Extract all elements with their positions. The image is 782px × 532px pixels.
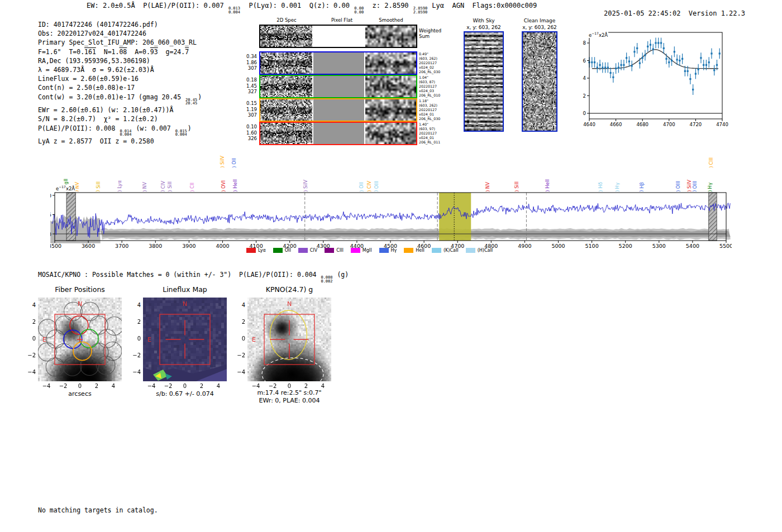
mosaic-kpno-line: MOSAIC/KPNO : Possible Matches = 0 (with…	[38, 270, 349, 284]
legend-item-MgII: MgII	[351, 248, 372, 253]
report-timestamp: 2025-01-05 22:45:02	[604, 9, 680, 17]
panel-xtick: −4	[250, 383, 261, 389]
svg-text:10: 10	[50, 193, 51, 199]
info-line-1: Obs: 20220127v024_4017472246	[38, 29, 202, 38]
svg-text:0: 0	[583, 111, 586, 116]
info-line-2: Primary Spec_Slot_IFU_AMP: 206_060_003_R…	[38, 38, 202, 47]
withsky-frame	[464, 31, 504, 132]
panel-xtick: 0	[179, 383, 190, 389]
svg-text:4700: 4700	[663, 122, 675, 127]
panel-ytick: −4	[234, 369, 245, 375]
panel-ytick: 2	[234, 319, 245, 325]
panel-xtick: 2	[196, 383, 207, 389]
panel-ytick: 2	[130, 319, 141, 325]
lineflux-map-title: Lineflux Map	[140, 285, 230, 294]
panel-xtick: 4	[317, 383, 328, 389]
info-line-11: P(LAE)/P(OII): 0.008 0.0140.004 (w: 0.00…	[38, 124, 202, 137]
kpno-caption-1: m:17.4 re:2.5" s:0.7"	[236, 389, 342, 397]
panel-xtick: 0	[74, 383, 85, 389]
svg-text:4740: 4740	[716, 122, 728, 127]
cutout-2dspec-image	[260, 76, 312, 97]
panel-xtick: −4	[41, 383, 52, 389]
legend-item-HeII: HeII	[404, 248, 425, 253]
svg-text:4660: 4660	[610, 122, 622, 127]
cutout-2dspec-image	[260, 99, 312, 121]
legend-item-CIV: CIV	[298, 248, 317, 253]
panel-ytick: −4	[130, 369, 141, 375]
svg-text:0: 0	[50, 231, 51, 237]
legend-swatch	[404, 248, 413, 253]
cutout-2dspec-image	[260, 123, 312, 144]
cutout-row-weights: 0.151.19307	[239, 100, 257, 118]
panel-ytick: 2	[25, 319, 36, 325]
cutout-row-meta: 1.18"(603, 262)20220127v024_01206_RL_030	[419, 99, 440, 121]
panel-ytick: −2	[234, 352, 245, 358]
panel-ytick: 0	[234, 336, 245, 342]
panel-xtick: −2	[267, 383, 278, 389]
svg-text:5100: 5100	[585, 243, 599, 249]
svg-text:5300: 5300	[652, 243, 666, 249]
svg-text:4900: 4900	[518, 243, 531, 249]
kpno-title: KPNO(24.7) g	[245, 285, 334, 294]
svg-text:5000: 5000	[551, 243, 565, 249]
legend-item-(H)CaII: (H)CaII	[466, 248, 493, 253]
cutout-row-1	[259, 75, 417, 98]
cutout-row-weights: 0.101.60326	[239, 124, 257, 142]
svg-text:3700: 3700	[115, 243, 128, 249]
withsky-coords: x, y: 603, 262	[458, 25, 509, 31]
svg-text:4000: 4000	[216, 243, 229, 249]
cleanimage-frame	[522, 31, 557, 132]
panel-xtick: 2	[301, 383, 312, 389]
col-header-2dspec: 2D Spec	[263, 17, 311, 23]
panel-ytick: −4	[25, 369, 36, 375]
info-line-3: F=1.6" T=0.161 N=1.08 A=0.93 g=24.7	[38, 47, 202, 56]
legend-swatch	[273, 248, 283, 253]
cutout-row-3	[259, 122, 417, 145]
cutout-row-0	[259, 51, 417, 75]
panel-xtick: −2	[163, 383, 174, 389]
cutout-row-meta: 1.04"(603, 87)20220127v024_03206_RL_010	[419, 75, 440, 98]
weighted-smoothed-image	[365, 26, 416, 47]
cleanimage-title: Clean Image	[518, 18, 561, 24]
info-line-6: LineFlux = 2.60(±0.59)e-16	[38, 74, 202, 83]
cutout-pixelflat-image	[313, 52, 364, 74]
svg-text:4640: 4640	[583, 122, 595, 127]
svg-text:5200: 5200	[619, 243, 632, 249]
svg-text:4: 4	[583, 75, 586, 81]
cutout-smoothed-image	[365, 52, 416, 74]
svg-text:4720: 4720	[690, 122, 702, 127]
panel-xtick: −2	[58, 383, 69, 389]
svg-text:8: 8	[583, 40, 586, 46]
panel-ytick: −2	[25, 352, 36, 358]
catalog-note: No matching targets in catalog. Row inte…	[38, 489, 158, 532]
cutout-smoothed-image	[365, 123, 416, 144]
info-line-0: ID: 4017472246 (4017472246.pdf)	[38, 20, 202, 29]
svg-text:3600: 3600	[82, 243, 95, 249]
cleanimage-coords: x, y: 603, 262	[514, 25, 565, 31]
info-line-5: λ = 4689.73Å σ = 9.62(±2.03)Å	[38, 65, 202, 74]
weighted-2dspec-image	[260, 26, 312, 47]
svg-text:2: 2	[583, 93, 586, 99]
legend-swatch	[246, 248, 256, 253]
panel-xtick: 2	[91, 383, 102, 389]
info-line-12: LyA z = 2.8577 OII z = 0.2580	[38, 137, 202, 146]
svg-text:5500: 5500	[719, 243, 732, 249]
svg-text:3800: 3800	[149, 243, 162, 249]
kpno-image	[247, 298, 331, 381]
legend-item-CIII: CIII	[325, 248, 344, 253]
legend-item-Hγ: Hγ	[379, 248, 397, 253]
panel-xtick: 0	[284, 383, 295, 389]
svg-text:3900: 3900	[182, 243, 196, 249]
legend-swatch	[351, 248, 360, 253]
main-chart-unit-label: e−17x2Å	[55, 185, 75, 191]
cutout-row-meta: 1.40"(603, 97)20220127v024_01206_RL_011	[419, 122, 440, 145]
cutout-row-2	[259, 98, 417, 122]
cutout-pixelflat-image	[313, 123, 364, 144]
withsky-image	[465, 32, 503, 131]
cleanimage-image	[523, 32, 556, 131]
kpno-caption-2: EWr: 0, PLAE: 0.004	[236, 397, 342, 405]
cutout-row-meta: 0.49"(603, 262)20220127v024_02206_RL_030	[419, 52, 440, 74]
legend-item-(K)CaII: (K)CaII	[432, 248, 459, 253]
header-timestamp-version: 2025-01-05 22:45:02 Version 1.22.3	[588, 2, 745, 25]
panel-xtick: 4	[108, 383, 119, 389]
